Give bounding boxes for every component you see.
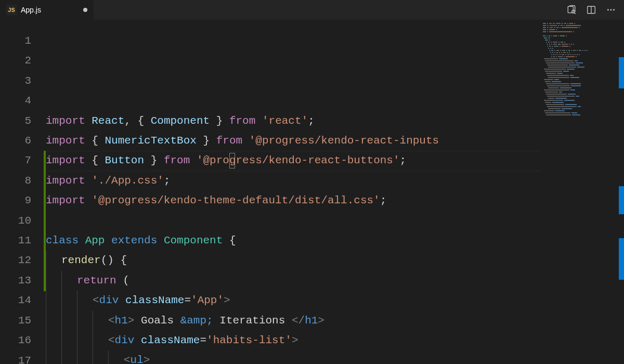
code-line[interactable]: import { NumericTextBox } from '@progres… (46, 131, 541, 151)
line-number: 7 (0, 151, 31, 171)
line-number: 14 (0, 291, 31, 310)
svg-point-5 (610, 9, 612, 11)
code-area[interactable]: import React, { Component } from 'react'… (46, 20, 541, 364)
minimap[interactable] (541, 20, 624, 364)
line-number-gutter: 1234567891011121314151617 (0, 20, 46, 364)
line-number: 6 (0, 131, 31, 151)
tab-app-js[interactable]: JS App.js (0, 0, 94, 20)
code-line[interactable] (46, 211, 541, 231)
line-number: 4 (0, 91, 31, 111)
line-number: 2 (0, 51, 31, 71)
line-number: 1 (0, 31, 31, 51)
line-number: 9 (0, 191, 31, 211)
svg-point-4 (607, 9, 609, 11)
line-number: 8 (0, 171, 31, 191)
split-editor-icon[interactable] (582, 1, 600, 19)
svg-point-6 (613, 9, 615, 11)
code-line[interactable]: <div className='App'> (46, 291, 541, 310)
tab-filename: App.js (21, 6, 41, 14)
js-file-icon: JS (6, 5, 17, 15)
unsaved-dot-icon (83, 8, 87, 12)
line-number: 5 (0, 111, 31, 131)
editor-area: 1234567891011121314151617 import React, … (0, 20, 624, 364)
scroll-marker (619, 57, 624, 88)
scroll-marker (619, 238, 624, 280)
svg-rect-0 (568, 6, 573, 12)
tab-bar: JS App.js (0, 0, 624, 20)
code-line[interactable]: return ( (46, 271, 541, 291)
line-number: 10 (0, 211, 31, 231)
code-line[interactable]: import './App.css'; (46, 171, 541, 191)
code-line[interactable]: import { Button } from '@progress/kendo-… (46, 151, 541, 171)
tab-actions (563, 0, 624, 20)
code-line[interactable]: class App extends Component { (46, 231, 541, 251)
scroll-marker (619, 186, 624, 214)
code-line[interactable]: import React, { Component } from 'react'… (46, 111, 541, 131)
line-number: 12 (0, 251, 31, 270)
overview-ruler[interactable] (617, 20, 624, 364)
line-number: 15 (0, 311, 31, 331)
line-number: 16 (0, 331, 31, 350)
more-actions-icon[interactable] (602, 1, 620, 19)
line-number: 13 (0, 271, 31, 291)
code-line[interactable]: import '@progress/kendo-theme-default/di… (46, 191, 541, 211)
code-line[interactable]: render() { (46, 251, 541, 270)
line-number: 3 (0, 71, 31, 91)
open-changes-icon[interactable] (563, 1, 580, 19)
line-number: 17 (0, 351, 31, 365)
code-line[interactable]: <ul> (46, 350, 541, 364)
code-line[interactable]: <div className='habits-list'> (46, 331, 541, 350)
line-number: 11 (0, 231, 31, 251)
code-line[interactable]: <h1> Goals &amp; Iterations </h1> (46, 311, 541, 331)
